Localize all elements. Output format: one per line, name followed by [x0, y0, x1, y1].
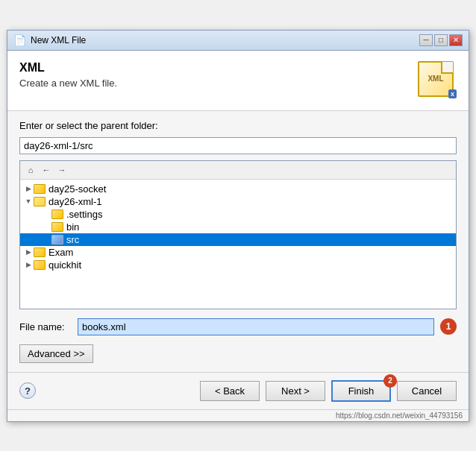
header-text: XML Create a new XML file.	[19, 61, 117, 89]
help-button[interactable]: ?	[19, 382, 36, 399]
folder-icon-settings	[51, 209, 63, 219]
filename-input[interactable]	[78, 318, 434, 335]
tree-item-exam[interactable]: ▶ Exam	[20, 246, 456, 259]
close-button[interactable]: ✕	[449, 34, 463, 46]
folder-icon-day25	[34, 184, 46, 194]
finish-wrapper: Finish 2	[331, 380, 391, 402]
maximize-button[interactable]: □	[434, 34, 448, 46]
tree-forward-button[interactable]: →	[55, 163, 69, 177]
tree-toggle-exam: ▶	[23, 247, 34, 257]
filename-section: File name: 1	[19, 315, 457, 335]
body-section: Enter or select the parent folder: ⌂ ← →…	[7, 111, 469, 372]
tree-toggle-day26: ▼	[23, 196, 34, 206]
tree-label-exam: Exam	[48, 247, 73, 258]
header-title: XML	[19, 61, 117, 75]
step-badge-1: 1	[440, 318, 457, 335]
folder-icon-day26-open	[34, 197, 46, 206]
tree-item-src[interactable]: src	[20, 233, 456, 246]
dialog: 📄 New XML File ─ □ ✕ XML Create a new XM…	[7, 30, 469, 422]
header-subtitle: Create a new XML file.	[19, 78, 117, 89]
xml-icon: XML x	[418, 61, 454, 97]
tree-toggle-bin	[41, 221, 51, 232]
tree-toggle-day25: ▶	[23, 183, 34, 194]
xml-icon-container: XML x	[418, 61, 457, 100]
cancel-button[interactable]: Cancel	[397, 381, 457, 401]
tree-item-day26-xml[interactable]: ▼ day26-xml-1	[20, 195, 456, 208]
title-bar-text: New XML File	[31, 35, 415, 45]
tree-toggle-quickhit: ▶	[23, 259, 34, 270]
folder-label: Enter or select the parent folder:	[19, 120, 457, 131]
xml-badge: x	[448, 89, 457, 98]
tree-label-day25: day25-socket	[48, 183, 106, 195]
tree-label-day26: day26-xml-1	[48, 196, 102, 207]
title-icon: 📄	[13, 34, 26, 46]
tree-toggle-settings	[41, 209, 51, 219]
tree-toolbar: ⌂ ← →	[20, 161, 456, 180]
header-section: XML Create a new XML file. XML x	[7, 51, 469, 111]
folder-icon-quickhit	[34, 260, 46, 270]
tree-container: ⌂ ← → ▶ day25-socket ▼ day26-xml-1	[19, 160, 457, 309]
tree-toggle-src	[41, 234, 51, 245]
tree-home-button[interactable]: ⌂	[24, 163, 37, 177]
folder-path-input[interactable]	[19, 137, 457, 154]
folder-icon-src	[51, 235, 63, 245]
folder-icon-bin	[51, 222, 63, 232]
tree-item-day25-socket[interactable]: ▶ day25-socket	[20, 183, 456, 195]
xml-icon-label: XML	[428, 75, 443, 83]
folder-icon-exam	[34, 247, 46, 257]
finish-badge: 2	[383, 374, 397, 388]
back-button[interactable]: < Back	[200, 381, 260, 401]
filename-label: File name:	[19, 321, 72, 332]
next-button[interactable]: Next >	[266, 381, 325, 401]
advanced-button[interactable]: Advanced >>	[19, 344, 93, 363]
tree-label-quickhit: quickhit	[48, 259, 81, 271]
tree-label-bin: bin	[66, 221, 79, 233]
url-bar: https://blog.csdn.net/weixin_44793156	[7, 409, 469, 421]
tree-item-bin[interactable]: bin	[20, 221, 456, 233]
title-bar-controls: ─ □ ✕	[419, 34, 463, 46]
tree-item-settings[interactable]: .settings	[20, 208, 456, 221]
minimize-button[interactable]: ─	[419, 34, 433, 46]
tree-back-button[interactable]: ←	[40, 163, 53, 177]
tree-item-quickhit[interactable]: ▶ quickhit	[20, 259, 456, 271]
tree-label-settings: .settings	[66, 209, 102, 220]
finish-button[interactable]: Finish	[331, 380, 391, 402]
tree-label-src: src	[66, 234, 79, 245]
tree-content[interactable]: ▶ day25-socket ▼ day26-xml-1 .settings	[20, 180, 456, 309]
title-bar: 📄 New XML File ─ □ ✕	[7, 31, 469, 51]
footer-section: ? < Back Next > Finish 2 Cancel	[7, 372, 469, 409]
url-text: https://blog.csdn.net/weixin_44793156	[336, 411, 463, 420]
